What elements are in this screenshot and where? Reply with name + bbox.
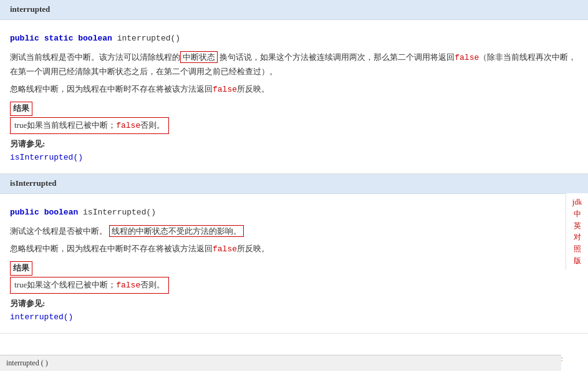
- return-section-interrupted: 结果 true如果当前线程已被中断；false否则。: [10, 102, 578, 135]
- section-interrupted: public static boolean interrupted() 测试当前…: [0, 20, 588, 174]
- desc-interrupted-2: 忽略线程中断，因为线程在中断时不存在将被该方法返回false所反映。: [10, 82, 578, 97]
- sidebar: jdk 中 英 对 照 版: [566, 193, 588, 270]
- see-also-link-interrupted[interactable]: isInterrupted(): [10, 153, 83, 162]
- section-title-isInterrupted: isInterrupted: [10, 178, 56, 188]
- sidebar-item-jdk[interactable]: jdk: [572, 197, 582, 208]
- sidebar-item-version[interactable]: 版: [574, 256, 581, 266]
- see-also-link-isInterrupted[interactable]: interrupted(): [10, 312, 73, 322]
- sidebar-item-en[interactable]: 英: [574, 221, 581, 231]
- bottom-bar: interrupted ( ): [0, 355, 561, 371]
- desc-interrupted-1: 测试当前线程是否中断。该方法可以清除线程的中断状态 换句话说，如果这个方法被连续…: [10, 51, 578, 79]
- sidebar-item-zh[interactable]: 中: [574, 209, 581, 219]
- sidebar-item-compare[interactable]: 对: [574, 232, 581, 243]
- see-also-interrupted: 另请参见: isInterrupted(): [10, 138, 578, 165]
- section-isInterrupted: public boolean isInterrupted() 测试这个线程是否被…: [0, 194, 588, 334]
- sidebar-item-compare2[interactable]: 照: [574, 244, 581, 254]
- highlight-interrupt-status-2: 线程的中断状态不受此方法的影响。: [109, 225, 244, 237]
- section-header-isInterrupted: isInterrupted: [0, 174, 588, 194]
- desc-isInterrupted-2: 忽略线程中断，因为线程在中断时不存在将被该方法返回false所反映。: [10, 242, 578, 256]
- page-wrapper: interrupted public static boolean interr…: [0, 0, 588, 371]
- bottom-bar-text: interrupted ( ): [6, 359, 48, 367]
- section-title-interrupted: interrupted: [10, 4, 50, 14]
- return-value-interrupted: true如果当前线程已被中断；false否则。: [10, 117, 169, 135]
- method-signature-interrupted: public static boolean interrupted(): [10, 32, 578, 46]
- return-section-isInterrupted: 结果 true如果这个线程已被中断；false否则。: [10, 261, 578, 294]
- highlight-interrupt-status-1: 中断状态: [180, 51, 218, 63]
- method-signature-isInterrupted: public boolean isInterrupted(): [10, 206, 578, 219]
- desc-isInterrupted-1: 测试这个线程是否被中断。 线程的中断状态不受此方法的影响。: [10, 224, 578, 238]
- return-value-isInterrupted: true如果这个线程已被中断；false否则。: [10, 277, 169, 294]
- return-label-interrupted: 结果: [10, 102, 32, 116]
- return-label-isInterrupted: 结果: [10, 261, 32, 276]
- section-header-interrupted: interrupted: [0, 0, 588, 20]
- see-also-isInterrupted: 另请参见: interrupted(): [10, 297, 578, 324]
